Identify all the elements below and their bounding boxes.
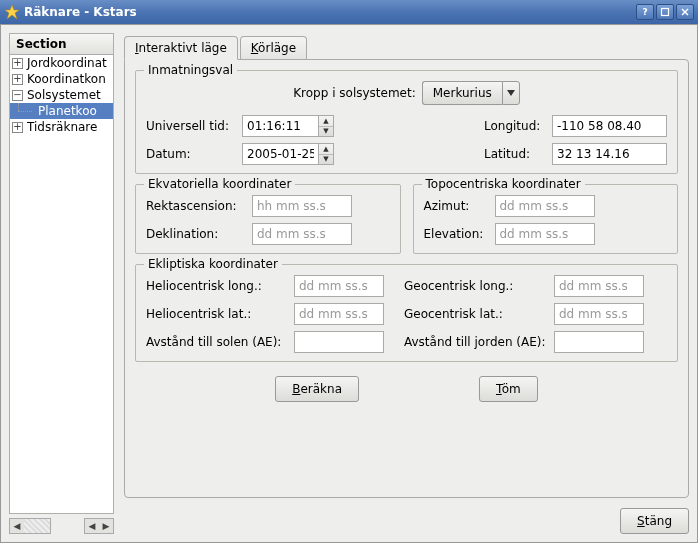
scroll-right-icon[interactable]: ▶ — [99, 519, 113, 533]
helio-lat-input[interactable] — [294, 303, 384, 325]
group-input: Inmatningsval Kropp i solsystemet: Merku… — [135, 70, 678, 174]
maximize-button[interactable] — [656, 4, 674, 20]
spin-down-icon[interactable]: ▼ — [319, 155, 333, 165]
tree-scrollbar: ◀ ◀ ▶ — [9, 518, 114, 534]
date-label: Datum: — [146, 147, 236, 161]
date-input[interactable] — [242, 143, 318, 165]
tree-label: Solsystemet — [27, 88, 101, 102]
tree-label: Planetkoo — [38, 104, 97, 118]
help-button[interactable]: ? — [636, 4, 654, 20]
app-icon — [4, 4, 20, 20]
content-area: Interaktivt läge Körläge Inmatningsval K… — [124, 33, 689, 534]
ut-label: Universell tid: — [146, 119, 236, 133]
ut-input[interactable] — [242, 115, 318, 137]
group-ecliptic: Ekliptiska koordinater Heliocentrisk lon… — [135, 264, 678, 362]
tree-item-planetkoo[interactable]: Planetkoo — [10, 103, 113, 119]
lat-input[interactable] — [552, 143, 667, 165]
chevron-down-icon[interactable] — [502, 81, 520, 105]
group-input-legend: Inmatningsval — [144, 63, 237, 77]
lon-label: Longitud: — [484, 119, 546, 133]
section-header[interactable]: Section — [9, 33, 114, 55]
group-topo-legend: Topocentriska koordinater — [422, 177, 585, 191]
tree-label: Koordinatkon — [27, 72, 106, 86]
spin-up-icon[interactable]: ▲ — [319, 144, 333, 155]
tabbar: Interaktivt läge Körläge — [124, 33, 689, 59]
body-combo[interactable]: Merkurius — [422, 81, 520, 105]
tree-item-jordkoordinat[interactable]: + Jordkoordinat — [10, 55, 113, 71]
az-input[interactable] — [495, 195, 595, 217]
ut-spin: ▲ ▼ — [242, 115, 334, 137]
az-label: Azimut: — [424, 199, 489, 213]
dec-input[interactable] — [252, 223, 352, 245]
scroll-left-icon[interactable]: ◀ — [10, 519, 24, 533]
svg-marker-0 — [5, 5, 19, 19]
expand-icon[interactable]: + — [12, 122, 23, 133]
tree-label: Jordkoordinat — [27, 56, 107, 70]
close-dialog-button[interactable]: Stäng — [620, 508, 689, 534]
geo-lat-label: Geocentrisk lat.: — [404, 307, 548, 321]
close-button[interactable] — [676, 4, 694, 20]
group-topocentric: Topocentriska koordinater Azimut: Elevat… — [413, 184, 679, 254]
clear-button[interactable]: Töm — [479, 376, 538, 402]
body-combo-value: Merkurius — [422, 81, 502, 105]
geo-lon-label: Geocentrisk long.: — [404, 279, 548, 293]
geo-lon-input[interactable] — [554, 275, 644, 297]
tree-item-solsystemet[interactable]: − Solsystemet — [10, 87, 113, 103]
svg-rect-2 — [662, 9, 669, 16]
body-label: Kropp i solsystemet: — [293, 86, 416, 100]
el-input[interactable] — [495, 223, 595, 245]
expand-icon[interactable]: + — [12, 74, 23, 85]
geo-lat-input[interactable] — [554, 303, 644, 325]
lon-input[interactable] — [552, 115, 667, 137]
tab-page: Inmatningsval Kropp i solsystemet: Merku… — [124, 59, 689, 498]
window-title: Räknare - Kstars — [24, 5, 634, 19]
action-buttons: Beräkna Töm — [135, 372, 678, 402]
lat-label: Latitud: — [484, 147, 546, 161]
tree-label: Tidsräknare — [27, 120, 97, 134]
group-equatorial: Ekvatoriella koordinater Rektascension: … — [135, 184, 401, 254]
el-label: Elevation: — [424, 227, 489, 241]
section-tree: + Jordkoordinat + Koordinatkon − Solsyst… — [9, 55, 114, 514]
svg-marker-5 — [507, 90, 515, 96]
dec-label: Deklination: — [146, 227, 246, 241]
helio-lon-label: Heliocentrisk long.: — [146, 279, 288, 293]
group-eq-legend: Ekvatoriella koordinater — [144, 177, 295, 191]
svg-text:?: ? — [642, 7, 647, 17]
dist-earth-input[interactable] — [554, 331, 644, 353]
group-ecl-legend: Ekliptiska koordinater — [144, 257, 282, 271]
dist-sun-input[interactable] — [294, 331, 384, 353]
ra-input[interactable] — [252, 195, 352, 217]
tree-item-koordinatkon[interactable]: + Koordinatkon — [10, 71, 113, 87]
ra-label: Rektascension: — [146, 199, 246, 213]
dist-earth-label: Avstånd till jorden (AE): — [404, 335, 548, 349]
calculate-button[interactable]: Beräkna — [275, 376, 359, 402]
spin-down-icon[interactable]: ▼ — [319, 127, 333, 137]
date-spin: ▲ ▼ — [242, 143, 334, 165]
tree-item-tidsraknare[interactable]: + Tidsräknare — [10, 119, 113, 135]
collapse-icon[interactable]: − — [12, 90, 23, 101]
expand-icon[interactable]: + — [12, 58, 23, 69]
helio-lon-input[interactable] — [294, 275, 384, 297]
footer: Stäng — [124, 498, 689, 534]
helio-lat-label: Heliocentrisk lat.: — [146, 307, 288, 321]
section-panel: Section + Jordkoordinat + Koordinatkon −… — [9, 33, 114, 534]
tab-interactive[interactable]: Interaktivt läge — [124, 36, 238, 60]
scroll-left2-icon[interactable]: ◀ — [85, 519, 99, 533]
spin-up-icon[interactable]: ▲ — [319, 116, 333, 127]
tab-batch[interactable]: Körläge — [240, 36, 307, 59]
scroll-track[interactable] — [24, 519, 50, 533]
dist-sun-label: Avstånd till solen (AE): — [146, 335, 288, 349]
titlebar: Räknare - Kstars ? — [0, 0, 698, 24]
